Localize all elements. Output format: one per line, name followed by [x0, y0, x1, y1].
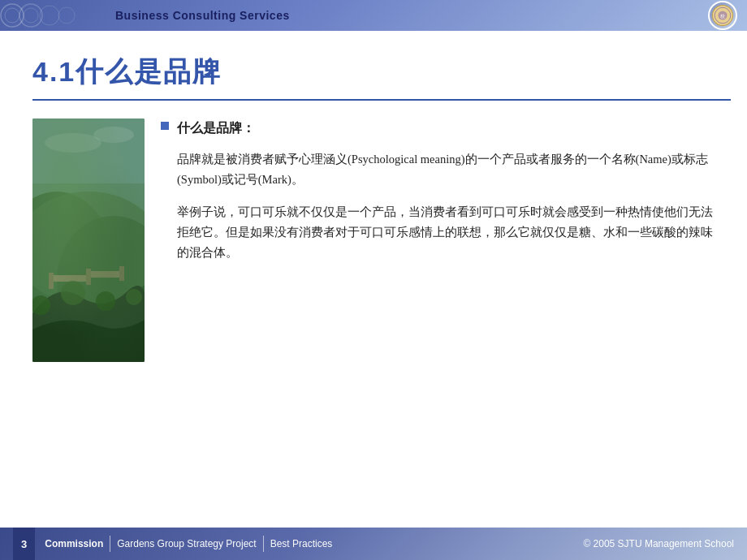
footer-divider-1: [110, 536, 110, 552]
footer-copyright: © 2005 SJTU Management School: [583, 538, 734, 549]
bullet-item: 什么是品牌：: [161, 118, 715, 138]
footer-practices: Best Practices: [270, 538, 333, 549]
footer-page-number: 3: [13, 528, 35, 560]
footer-project: Gardens Group Strategy Project: [117, 538, 256, 549]
svg-point-0: [1, 4, 24, 27]
footer-left: 3 Commission Gardens Group Strategy Proj…: [13, 528, 332, 560]
svg-point-2: [19, 4, 42, 27]
header-title: Business Consulting Services: [115, 9, 290, 22]
slide-content: 什么是品牌： 品牌就是被消费者赋予心理涵义(Psychological mean…: [145, 118, 715, 362]
footer: 3 Commission Gardens Group Strategy Proj…: [0, 528, 747, 560]
footer-divider-2: [263, 536, 264, 552]
slide-main: 4.1什么是品牌: [0, 31, 747, 528]
image-overlay: [32, 118, 145, 362]
slide-image: [32, 118, 145, 362]
title-underline: [32, 99, 731, 101]
footer-commission: Commission: [45, 538, 103, 549]
header: Business Consulting Services 校: [0, 0, 747, 31]
svg-text:校: 校: [719, 14, 725, 19]
content-area: 什么是品牌： 品牌就是被消费者赋予心理涵义(Psychological mean…: [32, 118, 715, 362]
paragraph-1: 品牌就是被消费者赋予心理涵义(Psychological meaning)的一个…: [177, 149, 715, 189]
paragraph-2: 举例子说，可口可乐就不仅仅是一个产品，当消费者看到可口可乐时就会感受到一种热情使…: [177, 202, 715, 262]
svg-point-5: [58, 7, 75, 24]
header-logo: 校: [708, 1, 737, 30]
sub-content: 品牌就是被消费者赋予心理涵义(Psychological meaning)的一个…: [177, 149, 715, 262]
svg-point-1: [5, 8, 19, 23]
bullet-square: [161, 122, 169, 130]
slide-title: 4.1什么是品牌: [32, 54, 715, 91]
bullet-label: 什么是品牌：: [177, 118, 255, 138]
header-decoration: [0, 0, 97, 31]
svg-point-3: [24, 8, 38, 23]
